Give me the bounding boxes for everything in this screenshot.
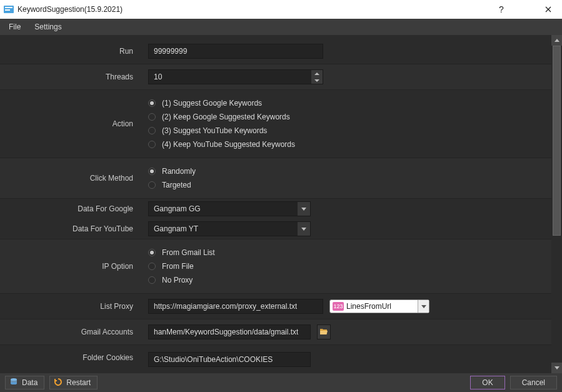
run-input[interactable]: 99999999 (148, 44, 323, 59)
threads-spin-down[interactable] (311, 77, 323, 84)
ip-option-no-proxy[interactable]: No Proxy (148, 276, 215, 284)
label-data-youtube: Data For YouTube (0, 219, 141, 239)
radio-icon (148, 127, 156, 134)
close-button[interactable] (534, 0, 562, 19)
vertical-scrollbar[interactable] (551, 35, 562, 373)
click-method-targeted[interactable]: Targeted (148, 181, 196, 189)
action-option-4[interactable]: (4) Keep YouTube Suggested Keywords (148, 140, 295, 149)
row-ip-option: IP Option From Gmail List From File No P… (0, 239, 551, 294)
svg-point-5 (11, 382, 17, 384)
label-threads: Threads (0, 64, 141, 89)
chevron-down-icon (418, 300, 429, 313)
badge-123-icon: 123 (333, 302, 344, 311)
svg-text:?: ? (499, 5, 504, 14)
label-folder-cookies: Folder Cookies (0, 345, 141, 370)
row-action: Action (1) Suggest Google Keywords (2) K… (0, 90, 551, 158)
list-proxy-input[interactable]: https://magiamgiare.com/proxy_external.t… (148, 299, 323, 314)
ok-button[interactable]: OK (470, 376, 504, 389)
action-option-1[interactable]: (1) Suggest Google Keywords (148, 99, 295, 108)
radio-icon (148, 249, 156, 256)
radio-icon (148, 263, 156, 270)
data-google-dropdown[interactable]: Gangnam GG (148, 201, 311, 216)
data-youtube-dropdown[interactable]: Gangnam YT (148, 221, 311, 236)
radio-icon (148, 113, 156, 121)
label-list-proxy: List Proxy (0, 294, 141, 319)
form-body: Run 99999999 Threads 10 (0, 35, 562, 373)
label-click-method: Click Method (0, 158, 141, 198)
database-icon (9, 378, 18, 388)
label-ip-option: IP Option (0, 239, 141, 293)
restart-icon (54, 378, 63, 388)
ip-option-gmail-list[interactable]: From Gmail List (148, 248, 215, 257)
folder-open-icon (319, 328, 328, 337)
menu-settings[interactable]: Settings (28, 21, 68, 33)
gmail-accounts-browse-button[interactable] (317, 324, 331, 339)
radio-icon (148, 181, 156, 189)
bottom-bar: Data Restart OK Cancel (0, 373, 562, 392)
action-option-3[interactable]: (3) Suggest YouTube Keywords (148, 126, 295, 135)
threads-input[interactable]: 10 (148, 69, 323, 84)
label-action: Action (0, 90, 141, 158)
radio-icon (148, 276, 156, 284)
scroll-thumb[interactable] (553, 46, 561, 236)
svg-rect-1 (5, 7, 13, 8)
gmail-accounts-input[interactable]: hanMem/KeywordSuggestion/data/gmail.txt (148, 324, 311, 339)
label-run: Run (0, 39, 141, 64)
row-data-youtube: Data For YouTube Gangnam YT (0, 219, 551, 239)
restart-button[interactable]: Restart (49, 376, 98, 389)
cancel-button[interactable]: Cancel (510, 376, 557, 389)
radio-icon (148, 141, 156, 148)
list-proxy-expression-dropdown[interactable]: 123 LinesFromUrl (329, 299, 429, 313)
row-run: Run 99999999 (0, 39, 551, 64)
threads-spin-up[interactable] (311, 70, 323, 77)
app-icon (4, 6, 14, 13)
window-title: KeywordSuggestion(15.9.2021) (18, 5, 487, 14)
chevron-down-icon (298, 202, 310, 216)
help-button[interactable]: ? (487, 0, 515, 19)
row-folder-cookies: Folder Cookies G:\Studio\OniTubeAction\C… (0, 345, 551, 370)
folder-cookies-input[interactable]: G:\Studio\OniTubeAction\COOKIES (148, 352, 311, 367)
chevron-down-icon (298, 222, 310, 236)
click-method-randomly[interactable]: Randomly (148, 167, 196, 176)
data-button[interactable]: Data (5, 376, 44, 389)
label-data-google: Data For Google (0, 199, 141, 219)
scroll-down-button[interactable] (551, 363, 562, 373)
title-bar: KeywordSuggestion(15.9.2021) ? (0, 0, 562, 19)
row-list-proxy: List Proxy https://magiamgiare.com/proxy… (0, 294, 551, 319)
svg-rect-2 (5, 9, 10, 11)
menu-file[interactable]: File (3, 21, 27, 33)
action-option-2[interactable]: (2) Keep Google Suggested Keywords (148, 113, 295, 121)
scroll-up-button[interactable] (551, 35, 562, 46)
row-click-method: Click Method Randomly Targeted (0, 158, 551, 199)
radio-icon (148, 99, 156, 107)
label-gmail-accounts: Gmail Accounts (0, 319, 141, 344)
row-threads: Threads 10 (0, 64, 551, 90)
ip-option-from-file[interactable]: From File (148, 262, 215, 271)
row-gmail-accounts: Gmail Accounts hanMem/KeywordSuggestion/… (0, 319, 551, 345)
row-data-google: Data For Google Gangnam GG (0, 199, 551, 219)
radio-icon (148, 168, 156, 175)
menu-bar: File Settings (0, 19, 562, 35)
